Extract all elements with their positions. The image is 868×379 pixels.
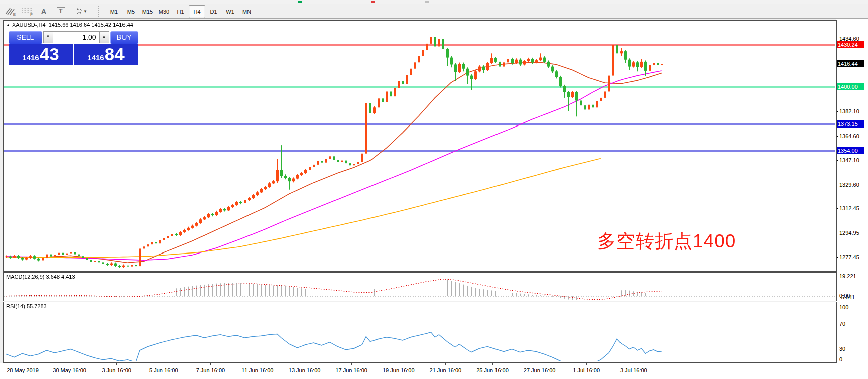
price-badge: 1373.15 — [836, 120, 864, 128]
time-tick-mark — [351, 363, 352, 365]
time-label: 3 Jun 16:00 — [102, 367, 131, 373]
volume-input[interactable] — [53, 31, 99, 43]
price-tick-label: 1312.45 — [839, 205, 859, 211]
macd-label: MACD(12,26,9) 3.648 4.413 — [6, 274, 75, 280]
chart-window: 1434.601382.101364.601347.101329.601312.… — [0, 19, 868, 379]
tf-button-M5[interactable]: M5 — [122, 5, 139, 18]
rsi-label: RSI(14) 55.7283 — [6, 303, 47, 309]
candle-pattern-e-icon[interactable]: E — [2, 5, 17, 17]
price-badge: 1416.44 — [836, 60, 864, 67]
rsi-panel: RSI(14) 55.7283 — [3, 302, 837, 363]
timeframe-bar: M1M5M15M30H1H4D1W1MN — [106, 5, 255, 17]
rsi-axis-label: 0 — [839, 356, 842, 362]
price-tick-label: 1294.95 — [839, 230, 859, 236]
price-tick-label: 1329.60 — [839, 182, 859, 188]
time-label: 13 Jun 16:00 — [289, 367, 321, 373]
time-tick-mark — [634, 363, 634, 365]
toolbar-sliver-mark — [371, 1, 375, 3]
ohlc-readout: 1415.66 1416.64 1415.42 1416.44 — [49, 22, 133, 28]
tf-button-D1[interactable]: D1 — [205, 5, 222, 18]
tf-button-H1[interactable]: H1 — [172, 5, 189, 18]
time-label: 17 Jun 16:00 — [335, 367, 367, 373]
rsi-canvas[interactable] — [4, 302, 835, 361]
price-badge: 1354.00 — [836, 147, 864, 154]
price-tick-label: 1364.60 — [839, 133, 859, 139]
time-label: 19 Jun 16:00 — [383, 367, 415, 373]
tf-button-MN[interactable]: MN — [238, 5, 255, 18]
time-tick-mark — [445, 363, 446, 365]
macd-panel: MACD(12,26,9) 3.648 4.413 — [3, 272, 837, 301]
collapse-arrow-icon[interactable]: ▲ — [6, 23, 10, 27]
tf-button-M1[interactable]: M1 — [106, 5, 122, 18]
symbol-title: XAUUSD-,H4 — [12, 22, 46, 28]
textbox-t-icon[interactable]: T — [53, 5, 68, 17]
macd-axis-label: 19.221 — [839, 273, 856, 279]
price-tick-label: 1382.10 — [839, 108, 859, 114]
time-label: 25 Jun 16:00 — [476, 367, 509, 373]
volume-down-button[interactable]: ▼ — [43, 31, 53, 43]
tf-button-H4[interactable]: H4 — [189, 5, 205, 18]
time-label: 28 May 2019 — [7, 367, 39, 373]
time-axis[interactable]: 28 May 201930 May 16:003 Jun 16:005 Jun … — [0, 363, 868, 379]
object-cursor-icon[interactable]: ▾ — [70, 5, 91, 17]
time-label: 3 Jul 16:00 — [620, 367, 647, 373]
chart-annotation-text: 多空转折点1400 — [597, 229, 736, 254]
buy-price-pips: 84 — [105, 44, 125, 64]
time-tick-mark — [70, 363, 70, 365]
rsi-axis-label: 30 — [839, 346, 845, 352]
toolbar-sliver-mark — [298, 1, 302, 3]
rsi-axis-label: 100 — [839, 304, 848, 310]
price-tick-label: 1277.45 — [839, 254, 859, 260]
chart-title: ▲XAUUSD-,H4 1415.66 1416.64 1415.42 1416… — [6, 22, 133, 28]
time-tick-mark — [586, 363, 587, 365]
toolbar-upper-sliver — [0, 0, 868, 4]
sell-price-whole: 1416 — [22, 53, 39, 62]
main-chart-panel: ▲XAUUSD-,H4 1415.66 1416.64 1415.42 1416… — [3, 20, 837, 272]
sell-price-display[interactable]: 1416 43 — [9, 44, 73, 65]
buy-price-display[interactable]: 1416 84 — [74, 44, 138, 65]
macd-canvas[interactable] — [4, 273, 835, 300]
time-label: 11 Jun 16:00 — [242, 367, 274, 373]
sell-price-pips: 43 — [40, 44, 59, 64]
price-badge: 1400.00 — [836, 83, 864, 90]
time-tick-mark — [164, 363, 164, 365]
price-tick-label: 1347.10 — [839, 157, 859, 163]
tf-button-M15[interactable]: M15 — [139, 5, 156, 18]
time-tick-mark — [399, 363, 399, 365]
dropdown-caret-icon: ▾ — [84, 9, 87, 14]
time-label: 21 Jun 16:00 — [430, 367, 462, 373]
time-tick-mark — [116, 363, 117, 365]
time-tick-mark — [305, 363, 305, 365]
toolbar-grip — [98, 6, 102, 17]
one-click-trading-panel: SELL ▼ ▲ BUY 1416 43 1416 84 — [9, 31, 138, 65]
time-tick-mark — [258, 363, 258, 365]
tf-button-W1[interactable]: W1 — [222, 5, 238, 18]
tf-button-M30[interactable]: M30 — [156, 5, 172, 18]
time-label: 27 Jun 16:00 — [524, 367, 556, 373]
time-label: 5 Jun 16:00 — [149, 367, 178, 373]
time-tick-mark — [492, 363, 493, 365]
toolbar: E F A T ▾ M1M5M15M30H1H4D1W1MN — [0, 4, 868, 19]
grid-f-icon[interactable]: F — [19, 5, 34, 17]
buy-button[interactable]: BUY — [110, 31, 138, 44]
time-label: 1 Jul 16:00 — [573, 367, 600, 373]
volume-up-button[interactable]: ▲ — [99, 31, 109, 43]
time-label: 7 Jun 16:00 — [196, 367, 225, 373]
toolbar-sliver-mark — [425, 1, 429, 3]
time-label: 30 May 16:00 — [53, 367, 86, 373]
price-axis[interactable]: 1434.601382.101364.601347.101329.601312.… — [836, 19, 868, 379]
price-badge: 1430.24 — [836, 41, 864, 48]
rsi-axis-label: 70 — [839, 321, 845, 327]
text-a-icon[interactable]: A — [36, 5, 51, 17]
buy-price-whole: 1416 — [87, 53, 104, 62]
sell-button[interactable]: SELL — [9, 31, 42, 44]
time-tick-mark — [23, 363, 23, 365]
time-tick-mark — [540, 363, 540, 365]
macd-axis-label: -5.841 — [839, 294, 855, 300]
time-tick-mark — [210, 363, 211, 365]
